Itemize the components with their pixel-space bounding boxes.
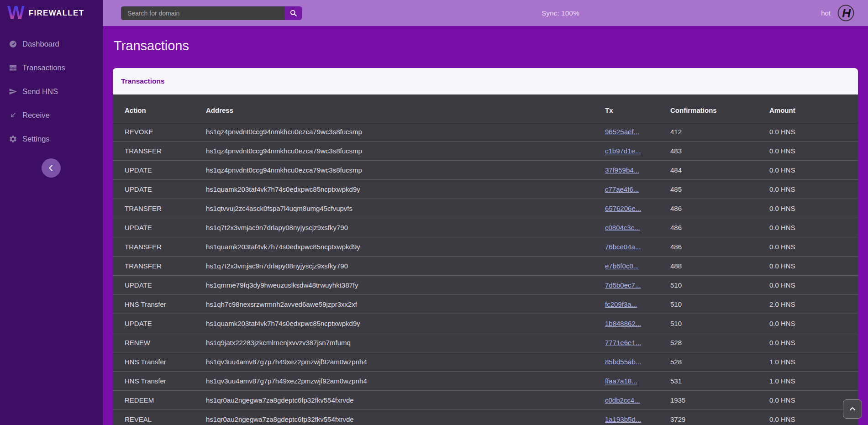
tx-link[interactable]: 37f959b4... xyxy=(605,166,639,174)
table-header-row: ActionAddressTxConfirmationsAmount xyxy=(113,94,858,122)
action-cell: REVEAL xyxy=(113,410,206,425)
sidebar-collapse-button[interactable] xyxy=(42,158,61,178)
amount-cell: 0.0 HNS xyxy=(769,276,858,295)
action-cell: UPDATE xyxy=(113,180,206,199)
table-row: TRANSFERhs1q7t2x3vmjac9n7drlapy08nyjyscj… xyxy=(113,257,858,276)
brand-name: FIREWALLET xyxy=(29,9,84,18)
search-input[interactable] xyxy=(121,6,284,20)
tx-link[interactable]: 76bce04a... xyxy=(605,243,641,251)
tx-cell: c1b97d1e... xyxy=(605,142,670,161)
action-cell: UPDATE xyxy=(113,314,206,333)
table-row: RENEWhs1q9jatx22283jzkcmlrnenjxvvzv387js… xyxy=(113,333,858,352)
page-title: Transactions xyxy=(113,26,858,68)
table-row: REDEEMhs1qr0au2ngegwa7za8gdeptc6fp32fkv5… xyxy=(113,391,858,410)
address-cell: hs1quamk203taf4vk7h74s0edxpwc85ncptxwpkd… xyxy=(206,237,605,257)
address-cell: hs1qv3uu4amv87g7p7h49xez2pmzwjf92am0wzpn… xyxy=(206,372,605,391)
search-button[interactable] xyxy=(284,6,302,20)
column-header-amount: Amount xyxy=(769,94,858,122)
action-cell: TRANSFER xyxy=(113,199,206,218)
transactions-table: ActionAddressTxConfirmationsAmount REVOK… xyxy=(113,94,858,425)
sidebar-item-label: Dashboard xyxy=(22,40,59,48)
tx-link[interactable]: c0804c3c... xyxy=(605,224,640,231)
column-header-address: Address xyxy=(206,94,605,122)
sidebar-item-transactions[interactable]: Transactions xyxy=(0,56,103,79)
scroll-to-top-button[interactable] xyxy=(843,399,862,419)
confirmations-cell: 510 xyxy=(670,295,769,314)
tx-cell: 37f959b4... xyxy=(605,161,670,180)
amount-cell: 0.0 HNS xyxy=(769,142,858,161)
amount-cell: 1.0 HNS xyxy=(769,372,858,391)
sidebar-item-settings[interactable]: Settings xyxy=(0,127,103,151)
handshake-icon[interactable]: H xyxy=(836,4,855,22)
amount-cell: 0.0 HNS xyxy=(769,180,858,199)
confirmations-cell: 528 xyxy=(670,352,769,372)
tx-link[interactable]: c1b97d1e... xyxy=(605,147,641,155)
chevron-left-icon xyxy=(46,163,56,173)
tx-cell: 85bd55ab... xyxy=(605,352,670,372)
sidebar-item-dashboard[interactable]: Dashboard xyxy=(0,32,103,56)
tx-link[interactable]: e7b6f0c0... xyxy=(605,262,639,270)
confirmations-cell: 3729 xyxy=(670,410,769,425)
svg-text:H: H xyxy=(842,6,851,20)
address-cell: hs1quamk203taf4vk7h74s0edxpwc85ncptxwpkd… xyxy=(206,180,605,199)
column-header-tx: Tx xyxy=(605,94,670,122)
tx-link[interactable]: 7d5b0ec7... xyxy=(605,281,641,289)
action-cell: REDEEM xyxy=(113,391,206,410)
tx-link[interactable]: 1a193b5d... xyxy=(605,415,641,423)
amount-cell: 0.0 HNS xyxy=(769,161,858,180)
topbar: Sync: 100% hot H xyxy=(103,0,868,26)
address-cell: hs1qtvvuj2zc4asck0fspa7l4uqm8umg45cfvupv… xyxy=(206,199,605,218)
tx-cell: 1b848862... xyxy=(605,314,670,333)
address-cell: hs1q7t2x3vmjac9n7drlapy08nyjyscjz9xsfky7… xyxy=(206,218,605,237)
main-content: Transactions Transactions ActionAddressT… xyxy=(103,26,868,425)
tx-cell: c0db2cc4... xyxy=(605,391,670,410)
confirmations-cell: 510 xyxy=(670,314,769,333)
tx-link[interactable]: 85bd55ab... xyxy=(605,358,641,366)
tx-link[interactable]: c77ae4f6... xyxy=(605,185,639,193)
sidebar-item-receive[interactable]: Receive xyxy=(0,103,103,127)
action-cell: HNS Transfer xyxy=(113,295,206,314)
tx-link[interactable]: 96525aef... xyxy=(605,128,639,136)
table-row: UPDATEhs1quamk203taf4vk7h74s0edxpwc85ncp… xyxy=(113,314,858,333)
tx-cell: 76bce04a... xyxy=(605,237,670,257)
wallet-switcher[interactable]: hot H xyxy=(821,4,855,22)
sidebar-item-send-hns[interactable]: Send HNS xyxy=(0,79,103,103)
column-header-confirmations: Confirmations xyxy=(670,94,769,122)
table-row: HNS Transferhs1qv3uu4amv87g7p7h49xez2pmz… xyxy=(113,372,858,391)
tx-cell: 7771e6e1... xyxy=(605,333,670,352)
confirmations-cell: 488 xyxy=(670,257,769,276)
confirmations-cell: 486 xyxy=(670,199,769,218)
confirmations-cell: 483 xyxy=(670,142,769,161)
address-cell: hs1q9jatx22283jzkcmlrnenjxvvzv387jsn7mfu… xyxy=(206,333,605,352)
address-cell: hs1qz4pnvdnt0ccg94nmkhcu0ezca79wc3s8fucs… xyxy=(206,142,605,161)
confirmations-cell: 486 xyxy=(670,218,769,237)
dashboard-icon xyxy=(9,40,17,48)
amount-cell: 0.0 HNS xyxy=(769,237,858,257)
address-cell: hs1qr0au2ngegwa7za8gdeptc6fp32fkv554fxrv… xyxy=(206,391,605,410)
settings-icon xyxy=(9,135,17,143)
address-cell: hs1quamk203taf4vk7h74s0edxpwc85ncptxwpkd… xyxy=(206,314,605,333)
action-cell: REVOKE xyxy=(113,122,206,142)
panel-header-label: Transactions xyxy=(121,77,165,85)
table-row: UPDATEhs1qmme79fq3dy9hweuzuslksdw48trwuy… xyxy=(113,276,858,295)
tx-cell: 7d5b0ec7... xyxy=(605,276,670,295)
tx-link[interactable]: 7771e6e1... xyxy=(605,339,641,346)
confirmations-cell: 485 xyxy=(670,180,769,199)
amount-cell: 0.0 HNS xyxy=(769,199,858,218)
amount-cell: 1.0 HNS xyxy=(769,352,858,372)
tx-link[interactable]: 6576206e... xyxy=(605,205,641,212)
tx-cell: fc209f3a... xyxy=(605,295,670,314)
confirmations-cell: 484 xyxy=(670,161,769,180)
sidebar-item-label: Settings xyxy=(22,135,50,143)
tx-cell: c0804c3c... xyxy=(605,218,670,237)
tx-link[interactable]: 1b848862... xyxy=(605,320,641,327)
tx-link[interactable]: c0db2cc4... xyxy=(605,396,640,404)
amount-cell: 0.0 HNS xyxy=(769,257,858,276)
table-row: HNS Transferhs1qv3uu4amv87g7p7h49xez2pmz… xyxy=(113,352,858,372)
send-icon xyxy=(9,87,17,96)
table-row: HNS Transferhs1qh7c98nexsrzwrmnh2avved6a… xyxy=(113,295,858,314)
tx-link[interactable]: fc209f3a... xyxy=(605,300,637,308)
amount-cell: 0.0 HNS xyxy=(769,314,858,333)
action-cell: UPDATE xyxy=(113,218,206,237)
tx-link[interactable]: ffaa7a18... xyxy=(605,377,637,385)
